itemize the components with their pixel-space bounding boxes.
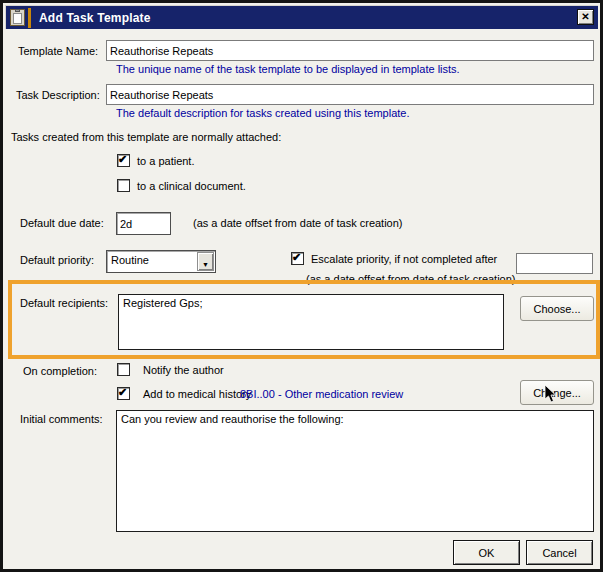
due-date-note: (as a date offset from date of task crea…	[193, 217, 403, 229]
add-history-label: Add to medical history	[143, 388, 251, 400]
cancel-button[interactable]: Cancel	[526, 540, 593, 565]
initial-comments-label: Initial comments:	[20, 413, 103, 425]
on-completion-label: On completion:	[23, 365, 97, 377]
escalate-priority-checkbox[interactable]	[291, 252, 304, 265]
choose-recipients-button[interactable]: Choose...	[520, 296, 594, 321]
template-name-input[interactable]	[106, 40, 594, 61]
recipients-label: Default recipients:	[20, 297, 108, 309]
notify-author-label: Notify the author	[143, 364, 224, 376]
priority-dropdown-button[interactable]: ▼	[197, 252, 214, 271]
history-code-text: 8BI..00 - Other medication review	[240, 388, 403, 400]
recipients-textarea[interactable]: Registered Gps;	[118, 294, 504, 350]
initial-comments-textarea[interactable]: Can you review and reauthorise the follo…	[116, 410, 594, 532]
attach-to-patient-checkbox[interactable]	[117, 154, 130, 167]
task-description-input[interactable]	[106, 84, 594, 105]
due-date-input[interactable]	[116, 212, 171, 235]
escalate-priority-note: (as a date offset from date of task crea…	[306, 273, 516, 285]
titlebar[interactable]: Add Task Template ✕	[5, 5, 598, 29]
template-name-hint: The unique name of the task template to …	[116, 63, 460, 75]
attach-to-patient-label: to a patient.	[137, 155, 195, 167]
priority-select[interactable]: Routine ▼	[106, 250, 216, 273]
escalate-priority-label: Escalate priority, if not completed afte…	[311, 253, 497, 265]
task-template-icon	[9, 8, 33, 28]
priority-label: Default priority:	[20, 254, 94, 266]
attach-to-document-checkbox[interactable]	[117, 179, 130, 192]
due-date-label: Default due date:	[20, 217, 104, 229]
priority-selected-value: Routine	[111, 254, 149, 266]
task-description-hint: The default description for tasks create…	[116, 107, 410, 119]
change-history-button[interactable]: Change...	[520, 380, 594, 405]
add-history-checkbox[interactable]	[117, 387, 130, 400]
add-task-template-dialog: Add Task Template ✕ Template Name: The u…	[0, 0, 603, 572]
close-icon[interactable]: ✕	[577, 9, 594, 25]
attach-to-document-label: to a clinical document.	[137, 180, 246, 192]
dialog-title: Add Task Template	[39, 11, 151, 25]
task-description-label: Task Description:	[16, 89, 100, 101]
escalate-offset-input[interactable]	[516, 253, 593, 274]
ok-button[interactable]: OK	[453, 540, 520, 565]
chevron-down-icon: ▼	[202, 261, 209, 268]
notify-author-checkbox[interactable]	[117, 363, 130, 376]
template-name-label: Template Name:	[18, 45, 98, 57]
attachment-statement: Tasks created from this template are nor…	[11, 131, 281, 143]
